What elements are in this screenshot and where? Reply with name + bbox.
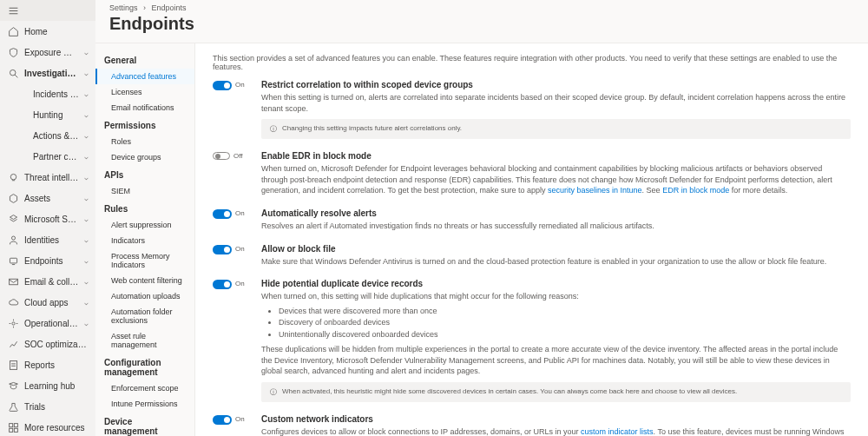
info-text: Changing this setting impacts future ale… <box>282 124 462 132</box>
sidebar-label: Assets <box>24 194 79 203</box>
settings-nav-item-roles[interactable]: Roles <box>95 134 194 149</box>
sidebar-item-more-resources[interactable]: More resources <box>0 417 95 436</box>
setting-desc: Resolves an alert if Automated investiga… <box>261 221 851 232</box>
svg-rect-4 <box>9 279 17 285</box>
settings-nav-item-asset-rule-management[interactable]: Asset rule management <box>95 328 194 353</box>
main: Settings › Endpoints Endpoints GeneralAd… <box>95 0 868 436</box>
svg-rect-9 <box>9 428 12 432</box>
sidebar-item-identities[interactable]: Identities⌵ <box>0 229 95 250</box>
toggle-allow-block[interactable] <box>213 245 232 254</box>
chevron-down-icon: ⌵ <box>84 90 89 98</box>
link-edr[interactable]: EDR in block mode <box>662 186 729 195</box>
toggle-state: On <box>235 415 245 423</box>
link-baselines[interactable]: security baselines in Intune <box>548 186 642 195</box>
sidebar-item-trials[interactable]: Trials <box>0 396 95 417</box>
sidebar-item-email-collaboration[interactable]: Email & collaboration⌵ <box>0 271 95 292</box>
sentinel-icon <box>7 213 19 225</box>
info-box: ⓘChanging this setting impacts future al… <box>261 119 851 139</box>
sidebar-label: Cloud apps <box>24 298 79 307</box>
settings-nav-item-web-content-filtering[interactable]: Web content filtering <box>95 273 194 288</box>
setting-desc: Configures devices to allow or block con… <box>261 426 851 436</box>
sidebar-item-learning-hub[interactable]: Learning hub <box>0 375 95 396</box>
sidebar-item-actions-submissions[interactable]: Actions & submissions⌵ <box>0 125 95 146</box>
sidebar-label: Home <box>24 27 89 36</box>
settings-nav-item-siem[interactable]: SIEM <box>95 183 194 199</box>
home-icon <box>7 25 19 37</box>
breadcrumb-settings[interactable]: Settings <box>109 3 138 12</box>
toggle-state: On <box>235 245 245 253</box>
settings-nav-item-process-memory-indicators[interactable]: Process Memory Indicators <box>95 248 194 273</box>
toggle-state: On <box>235 280 245 287</box>
sidebar-label: Actions & submissions <box>33 131 79 141</box>
settings-nav-item-enforcement-scope[interactable]: Enforcement scope <box>95 380 194 396</box>
sidebar-item-exposure-management[interactable]: Exposure management⌵ <box>0 42 95 63</box>
sidebar-item-assets[interactable]: Assets⌵ <box>0 188 95 208</box>
settings-nav-item-automation-uploads[interactable]: Automation uploads <box>95 288 194 304</box>
search-icon <box>7 67 19 79</box>
sidebar-item-cloud-apps[interactable]: Cloud apps⌵ <box>0 292 95 313</box>
settings-body: This section provides a set of advanced … <box>195 43 868 436</box>
sidebar-item-hunting[interactable]: Hunting⌵ <box>0 104 95 125</box>
reason-list: Devices that were discovered more than o… <box>279 306 851 341</box>
sidebar-item-partner-catalog[interactable]: Partner catalog⌵ <box>0 146 95 167</box>
content-area: GeneralAdvanced featuresLicensesEmail no… <box>95 43 868 436</box>
sidebar-item-operational-technology[interactable]: Operational technology⌵ <box>0 313 95 334</box>
chevron-down-icon: ⌵ <box>84 49 89 56</box>
sidebar-label: Investigation & response <box>24 69 79 78</box>
settings-nav-item-alert-suppression[interactable]: Alert suppression <box>95 217 194 233</box>
sidebar-item-endpoints[interactable]: Endpoints⌵ <box>0 250 95 271</box>
link-indicator-lists[interactable]: custom indicator lists <box>581 427 654 436</box>
settings-nav-heading: Device management <box>95 412 194 436</box>
sidebar-item-reports[interactable]: Reports <box>0 354 95 375</box>
setting-title: Restrict correlation to within scoped de… <box>261 80 851 89</box>
sidebar-label: Microsoft Sentinel <box>24 215 79 224</box>
breadcrumb-endpoints[interactable]: Endpoints <box>152 3 187 12</box>
hamburger-icon <box>7 4 19 17</box>
toggle-custom-ind[interactable] <box>213 415 232 425</box>
toggle-edr[interactable] <box>213 152 230 160</box>
toggle-restrict[interactable] <box>213 81 232 90</box>
toggle-state: Off <box>233 152 243 160</box>
setting-hide-duplicates: On Hide potential duplicate device recor… <box>213 279 851 402</box>
settings-nav-item-advanced-features[interactable]: Advanced features <box>95 69 194 84</box>
list-item: Discovery of onboarded devices <box>279 317 851 329</box>
setting-allow-block-file: On Allow or block file Make sure that Wi… <box>213 244 851 268</box>
sidebar-label: More resources <box>24 423 89 433</box>
setting-title: Automatically resolve alerts <box>261 208 851 218</box>
chevron-down-icon: ⌵ <box>84 69 89 77</box>
sidebar-label: Threat intelligence <box>24 173 79 182</box>
chevron-down-icon: ⌵ <box>84 299 89 307</box>
settings-nav-item-indicators[interactable]: Indicators <box>95 233 194 248</box>
nav-toggle[interactable] <box>0 0 95 21</box>
setting-custom-indicators: On Custom network indicators Configures … <box>213 414 851 436</box>
sidebar-item-microsoft-sentinel[interactable]: Microsoft Sentinel⌵ <box>0 208 95 229</box>
toggle-hide-dup[interactable] <box>213 280 232 289</box>
settings-nav-item-email-notifications[interactable]: Email notifications <box>95 100 194 116</box>
sidebar-item-soc-optimization[interactable]: SOC optimization <box>0 334 95 354</box>
list-item: Devices that were discovered more than o… <box>279 306 851 318</box>
sidebar-item-investigation-response[interactable]: Investigation & response⌵ <box>0 63 95 83</box>
setting-desc: Make sure that Windows Defender Antiviru… <box>261 256 851 268</box>
setting-title: Enable EDR in block mode <box>261 151 851 161</box>
sidebar-item-home[interactable]: Home <box>0 21 95 42</box>
settings-nav-item-automation-folder-exclusions[interactable]: Automation folder exclusions <box>95 304 194 328</box>
sidebar-item-incidents-alerts[interactable]: Incidents & alerts⌵ <box>0 83 95 104</box>
setting-title: Hide potential duplicate device records <box>261 279 851 288</box>
setting-restrict-correlation: On Restrict correlation to within scoped… <box>213 80 851 139</box>
svg-rect-6 <box>10 360 16 369</box>
settings-nav-heading: General <box>95 50 194 69</box>
sidebar-item-threat-intelligence[interactable]: Threat intelligence⌵ <box>0 167 95 188</box>
settings-nav: GeneralAdvanced featuresLicensesEmail no… <box>95 43 195 436</box>
toggle-auto-resolve[interactable] <box>213 209 232 219</box>
breadcrumb: Settings › Endpoints <box>95 0 868 12</box>
settings-nav-heading: Rules <box>95 199 194 217</box>
setting-auto-resolve: On Automatically resolve alerts Resolves… <box>213 208 851 232</box>
settings-nav-item-intune-permissions[interactable]: Intune Permissions <box>95 396 194 412</box>
svg-point-5 <box>11 321 14 324</box>
sidebar-label: Partner catalog <box>33 152 79 162</box>
settings-nav-item-device-groups[interactable]: Device groups <box>95 149 194 165</box>
svg-rect-7 <box>9 423 12 426</box>
svg-point-2 <box>11 236 15 240</box>
settings-nav-item-licenses[interactable]: Licenses <box>95 84 194 100</box>
sidebar-label: Reports <box>24 360 89 370</box>
